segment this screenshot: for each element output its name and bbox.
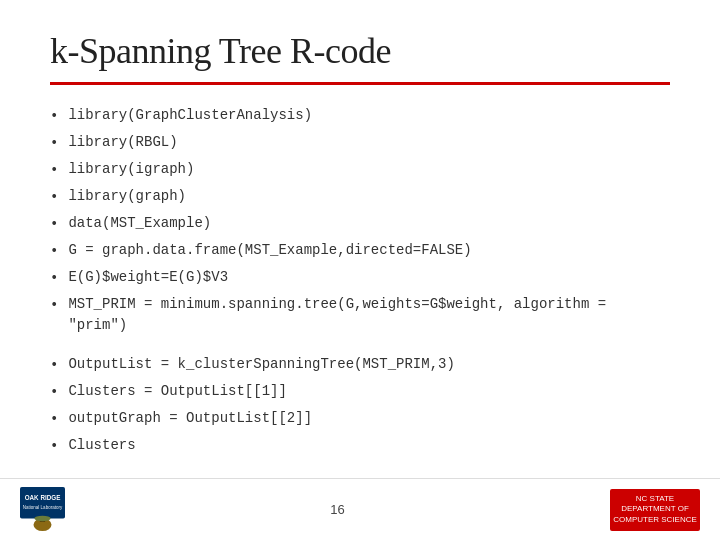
list-item: library(GraphClusterAnalysis) bbox=[50, 105, 670, 127]
list-item: outputGraph = OutputList[[2]] bbox=[50, 408, 670, 430]
list-item: MST_PRIM = minimum.spanning.tree(G,weigh… bbox=[50, 294, 670, 336]
list-item: Clusters bbox=[50, 435, 670, 457]
oak-ridge-icon: OAK RIDGE National Laboratory bbox=[20, 487, 65, 532]
svg-point-5 bbox=[34, 516, 50, 521]
slide: k-Spanning Tree R-code library(GraphClus… bbox=[0, 0, 720, 540]
red-divider bbox=[50, 82, 670, 85]
page-number: 16 bbox=[330, 502, 344, 517]
svg-rect-0 bbox=[20, 487, 65, 519]
list-item: library(graph) bbox=[50, 186, 670, 208]
list-item: G = graph.data.frame(MST_Example,directe… bbox=[50, 240, 670, 262]
list-item: library(RBGL) bbox=[50, 132, 670, 154]
svg-text:National Laboratory: National Laboratory bbox=[23, 505, 63, 510]
list-item: data(MST_Example) bbox=[50, 213, 670, 235]
code-section-2: OutputList = k_clusterSpanningTree(MST_P… bbox=[50, 354, 670, 457]
nc-state-label: NC STATEDEPARTMENT OFCOMPUTER SCIENCE bbox=[613, 494, 697, 525]
list-item: library(igraph) bbox=[50, 159, 670, 181]
bullet-list-2: OutputList = k_clusterSpanningTree(MST_P… bbox=[50, 354, 670, 457]
list-item: Clusters = OutputList[[1]] bbox=[50, 381, 670, 403]
nc-state-logo: NC STATEDEPARTMENT OFCOMPUTER SCIENCE bbox=[610, 489, 700, 531]
list-item: OutputList = k_clusterSpanningTree(MST_P… bbox=[50, 354, 670, 376]
slide-title: k-Spanning Tree R-code bbox=[50, 30, 670, 72]
bullet-list-1: library(GraphClusterAnalysis)library(RBG… bbox=[50, 105, 670, 336]
svg-text:OAK RIDGE: OAK RIDGE bbox=[25, 494, 61, 501]
list-item: E(G)$weight=E(G)$V3 bbox=[50, 267, 670, 289]
slide-footer: OAK RIDGE National Laboratory 16 NC STAT… bbox=[0, 478, 720, 540]
code-section-1: library(GraphClusterAnalysis)library(RBG… bbox=[50, 105, 670, 336]
oak-ridge-logo: OAK RIDGE National Laboratory bbox=[20, 487, 65, 532]
